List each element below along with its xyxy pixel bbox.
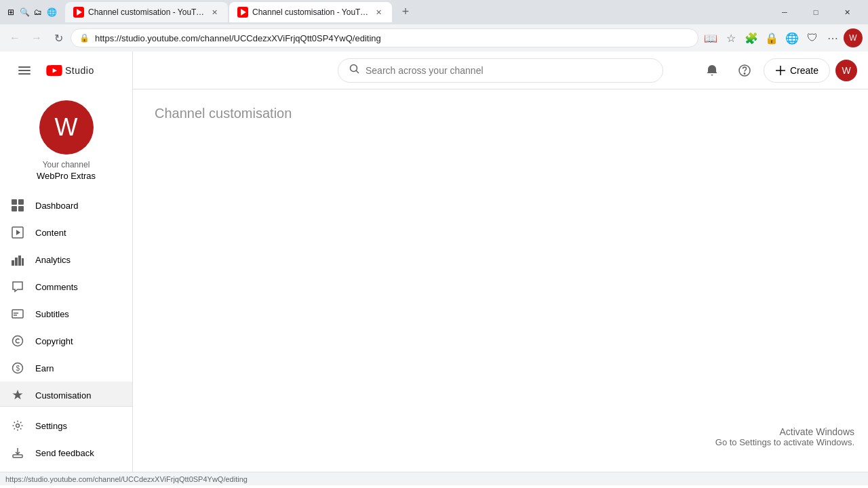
content-icon	[11, 226, 24, 239]
window-controls: ─ □ ✕	[769, 0, 863, 24]
sidebar-item-comments[interactable]: Comments	[0, 273, 132, 300]
settings-icon	[11, 419, 24, 432]
reload-button[interactable]: ↻	[49, 28, 68, 47]
dashboard-icon	[11, 199, 24, 212]
sidebar-item-analytics[interactable]: Analytics	[0, 246, 132, 273]
your-channel-label: Your channel	[43, 160, 90, 169]
svg-rect-4	[18, 199, 24, 205]
channel-avatar[interactable]: W	[39, 100, 94, 155]
notifications-button[interactable]	[698, 57, 726, 84]
sidebar-item-subtitles[interactable]: Subtitles	[0, 300, 132, 327]
browser-extension-1[interactable]: 🧩	[742, 28, 761, 47]
dashboard-label: Dashboard	[35, 201, 79, 211]
tab2-close[interactable]: ✕	[373, 7, 384, 18]
send-feedback-label: Send feedback	[35, 448, 94, 458]
browser-chrome: ⊞ 🔍 🗂 🌐 Channel customisation - YouTub..…	[0, 0, 868, 52]
customisation-icon	[11, 388, 24, 402]
earn-icon: $	[11, 361, 24, 375]
settings-label: Settings	[35, 421, 67, 431]
search-icon	[349, 64, 360, 77]
maximize-button[interactable]: □	[800, 0, 831, 24]
svg-rect-24	[13, 455, 22, 458]
sidebar-nav: Dashboard Content Analytics Comments	[0, 186, 132, 406]
tab1-close[interactable]: ✕	[209, 7, 220, 18]
search-sys-icon: 🔍	[19, 7, 30, 18]
svg-rect-2	[18, 73, 31, 75]
new-tab-button[interactable]: +	[396, 2, 415, 21]
back-button[interactable]: ←	[5, 28, 24, 47]
svg-rect-10	[15, 258, 18, 266]
svg-rect-5	[12, 206, 17, 211]
sidebar: Studio W Your channel WebPro Extras Dash…	[0, 52, 133, 472]
user-avatar-letter: W	[842, 65, 850, 76]
svg-rect-13	[12, 310, 23, 318]
browser-extension-3[interactable]: 🌐	[783, 28, 802, 47]
channel-avatar-section: W Your channel WebPro Extras	[0, 89, 132, 186]
earn-label: Earn	[35, 363, 54, 373]
content-label: Content	[35, 228, 66, 238]
create-button[interactable]: Create	[764, 58, 830, 83]
svg-rect-11	[18, 256, 21, 266]
app-container: Studio W Your channel WebPro Extras Dash…	[0, 52, 868, 472]
youtube-logo-icon	[46, 65, 62, 77]
svg-rect-3	[12, 199, 17, 205]
address-bar[interactable]: 🔒 https://studio.youtube.com/channel/UCC…	[71, 28, 698, 47]
sidebar-bottom: Settings Send feedback	[0, 406, 132, 472]
tab1-favicon	[73, 7, 84, 18]
user-avatar[interactable]: W	[835, 60, 857, 81]
windows-icon: ⊞	[5, 7, 16, 18]
main-area: Create W Channel customisation	[133, 52, 868, 472]
svg-line-26	[356, 70, 359, 73]
help-button[interactable]	[731, 57, 758, 84]
search-input[interactable]	[366, 65, 652, 76]
comments-label: Comments	[35, 282, 78, 292]
page-title: Channel customisation	[155, 106, 846, 121]
create-label: Create	[790, 65, 818, 76]
hamburger-button[interactable]	[11, 57, 38, 84]
sidebar-item-customisation[interactable]: Customisation	[0, 382, 132, 406]
minimize-button[interactable]: ─	[769, 0, 800, 24]
tab-strip: Channel customisation - YouTub... ✕ Chan…	[65, 2, 766, 22]
browser-extension-4[interactable]: 🛡	[803, 28, 822, 47]
sidebar-item-content[interactable]: Content	[0, 219, 132, 246]
reader-mode-button[interactable]: 📖	[701, 28, 720, 47]
taskbar-icon-2: 🌐	[46, 7, 57, 18]
search-bar[interactable]	[338, 58, 663, 83]
top-bar: Create W	[133, 52, 868, 89]
comments-icon	[11, 280, 24, 293]
browser-toolbar: ← → ↻ 🔒 https://studio.youtube.com/chann…	[0, 24, 868, 52]
browser-menu-button[interactable]: ⋯	[823, 28, 842, 47]
channel-name: WebPro Extras	[37, 171, 96, 181]
browser-tab-1[interactable]: Channel customisation - YouTub... ✕	[65, 2, 228, 22]
taskbar-icon-1: 🗂	[33, 7, 43, 18]
bookmark-button[interactable]: ☆	[722, 28, 741, 47]
tab1-title: Channel customisation - YouTub...	[88, 7, 205, 17]
browser-tab-2[interactable]: Channel customisation - YouTub... ✕	[229, 2, 392, 22]
youtube-studio-logo[interactable]: Studio	[46, 65, 94, 77]
main-content: Channel customisation	[133, 89, 868, 472]
svg-rect-1	[18, 70, 31, 71]
analytics-label: Analytics	[35, 255, 71, 265]
sidebar-item-copyright[interactable]: Copyright	[0, 327, 132, 354]
status-bar: https://studio.youtube.com/channel/UCCde…	[0, 472, 868, 485]
svg-point-28	[744, 73, 745, 74]
browser-extension-2[interactable]: 🔒	[762, 28, 781, 47]
sidebar-item-settings[interactable]: Settings	[0, 412, 132, 439]
sidebar-item-send-feedback[interactable]: Send feedback	[0, 439, 132, 466]
analytics-icon	[11, 253, 24, 266]
close-button[interactable]: ✕	[831, 0, 863, 24]
send-feedback-icon	[11, 446, 24, 460]
svg-rect-6	[18, 206, 24, 211]
sidebar-item-dashboard[interactable]: Dashboard	[0, 192, 132, 219]
tab2-title: Channel customisation - YouTub...	[252, 7, 369, 17]
svg-rect-12	[22, 258, 24, 266]
svg-rect-0	[18, 66, 31, 68]
sidebar-header: Studio	[0, 52, 132, 89]
svg-rect-9	[12, 260, 14, 266]
browser-profile-avatar[interactable]: W	[844, 28, 863, 47]
sidebar-item-earn[interactable]: $ Earn	[0, 354, 132, 382]
subtitles-icon	[11, 307, 24, 321]
svg-point-23	[16, 424, 20, 428]
forward-button[interactable]: →	[27, 28, 46, 47]
copyright-icon	[11, 334, 24, 348]
